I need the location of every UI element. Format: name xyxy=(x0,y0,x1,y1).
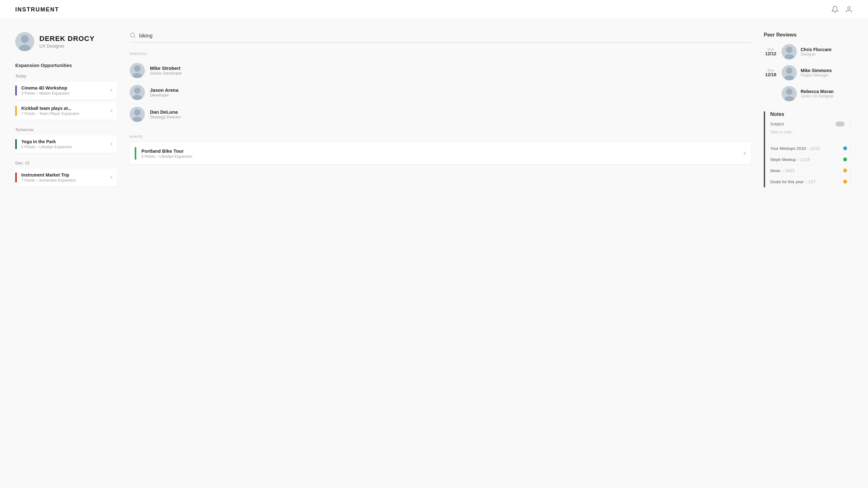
note-row-steph[interactable]: Steph Meetup – 11/15 ⋮ xyxy=(770,154,853,165)
svg-point-1 xyxy=(21,35,29,43)
svg-point-12 xyxy=(784,54,794,59)
profile-role: UX Designer xyxy=(39,43,95,48)
add-event-result-button[interactable]: + xyxy=(743,150,747,157)
peer-review-rebecca[interactable]: Rebecca Moran Junior UX Designer xyxy=(764,86,853,101)
event-title: Kickball team plays at... xyxy=(21,106,113,111)
interests-section: interests Mike Strobert Senior Developer xyxy=(130,52,751,125)
event-subtitle: 7 Points – Team Player Expansion xyxy=(21,111,113,116)
date-label-dec15: Dec. 15 xyxy=(15,161,117,165)
peer-review-chris[interactable]: Due 12/12 Chris Floccare Designer xyxy=(764,44,853,59)
search-input[interactable] xyxy=(139,33,751,39)
profile-info: DEREK DROCY UX Designer xyxy=(39,35,95,48)
event-card-market-trip[interactable]: Instrument Market Trip 7 Points – Immers… xyxy=(15,169,117,186)
note-text-group: Goals for this year – 1/17 xyxy=(770,179,815,185)
event-result-content: Portland Bike Tour 5 Points – Lifestlye … xyxy=(142,148,192,159)
peer-avatar xyxy=(782,44,797,59)
note-kebab-icon[interactable]: ⋮ xyxy=(848,157,853,162)
notes-kebab-icon[interactable]: ⋮ xyxy=(848,121,853,127)
profile-section: DEREK DROCY UX Designer xyxy=(15,32,117,51)
svg-point-3 xyxy=(131,33,135,37)
note-date: – 12/12 xyxy=(807,147,820,151)
add-event-button[interactable]: + xyxy=(110,174,113,181)
add-event-button[interactable]: + xyxy=(110,141,113,148)
note-dot xyxy=(843,147,847,150)
header-icons xyxy=(831,6,853,13)
event-card-yoga[interactable]: Yoga in the Park 5 Points – Lifestlye Ex… xyxy=(15,135,117,153)
note-text-group: Your Meetups 2018 – 12/12 xyxy=(770,145,820,151)
add-event-button[interactable]: + xyxy=(110,87,113,94)
profile-name: DEREK DROCY xyxy=(39,35,95,43)
event-bar xyxy=(15,106,17,116)
note-row-goals[interactable]: Goals for this year – 1/17 ⋮ xyxy=(770,176,853,187)
note-right: ⋮ xyxy=(841,146,853,151)
main-layout: DEREK DROCY UX Designer Expansion Opport… xyxy=(0,20,868,207)
svg-point-0 xyxy=(848,7,850,9)
note-right: ⋮ xyxy=(841,179,853,184)
notes-subject-label: Subject xyxy=(770,122,784,126)
event-title: Cinema 4D Workshop xyxy=(21,86,113,91)
peer-avatar xyxy=(782,65,797,80)
person-row-mike-strobert[interactable]: Mike Strobert Senior Developer xyxy=(130,60,751,82)
due-date: 12/18 xyxy=(764,72,778,77)
person-info: Jason Arena Developer xyxy=(150,87,178,97)
peer-role: Project Manager xyxy=(801,73,832,77)
svg-point-16 xyxy=(784,96,794,101)
event-bar xyxy=(15,139,17,149)
due-block: Due 12/12 xyxy=(764,47,778,56)
peer-review-mike[interactable]: Due 12/18 Mike Simmons Project Manager xyxy=(764,65,853,80)
notes-placeholder[interactable]: Take a note... xyxy=(770,130,853,138)
user-icon[interactable] xyxy=(845,6,853,13)
event-result-portland[interactable]: Portland Bike Tour 5 Points – Lifestlye … xyxy=(130,142,751,164)
note-kebab-icon[interactable]: ⋮ xyxy=(848,179,853,184)
note-dot xyxy=(843,158,847,161)
svg-point-7 xyxy=(134,87,141,94)
person-row-jason-arena[interactable]: Jason Arena Developer xyxy=(130,82,751,103)
peer-name: Chris Floccare xyxy=(801,47,832,52)
event-subtitle: 3 Points – Motion Expansion xyxy=(21,91,113,96)
search-icon xyxy=(130,32,136,40)
peer-info: Rebecca Moran Junior UX Designer xyxy=(801,89,834,98)
notes-section: Notes Subject ⋮ Take a note... Your Meet… xyxy=(764,111,853,187)
search-bar xyxy=(130,32,751,42)
events-label: events xyxy=(130,134,751,139)
avatar xyxy=(15,32,34,51)
person-role: Strategy Director xyxy=(150,115,181,119)
event-result-title: Portland Bike Tour xyxy=(142,148,192,154)
note-row-meetups[interactable]: Your Meetups 2018 – 12/12 ⋮ xyxy=(770,143,853,154)
note-kebab-icon[interactable]: ⋮ xyxy=(848,168,853,173)
event-card-kickball[interactable]: Kickball team plays at... 7 Points – Tea… xyxy=(15,102,117,120)
note-dot xyxy=(843,169,847,172)
date-group-tomorrow: Tomorrow Yoga in the Park 5 Points – Lif… xyxy=(15,127,117,153)
due-date: 12/12 xyxy=(764,51,778,56)
notes-toggle[interactable] xyxy=(836,122,844,126)
add-event-button[interactable]: + xyxy=(110,108,113,114)
interests-label: interests xyxy=(130,52,751,56)
svg-point-10 xyxy=(132,117,142,122)
notification-icon[interactable] xyxy=(831,6,839,13)
event-result-bar xyxy=(135,147,136,160)
center-panel: interests Mike Strobert Senior Developer xyxy=(130,32,751,194)
person-info: Dan DeLuna Strategy Director xyxy=(150,109,181,119)
due-block: Due 12/18 xyxy=(764,68,778,77)
svg-point-6 xyxy=(132,73,142,78)
person-avatar xyxy=(130,85,145,100)
date-label-tomorrow: Tomorrow xyxy=(15,127,117,132)
person-avatar xyxy=(130,107,145,122)
peer-info: Chris Floccare Designer xyxy=(801,47,832,57)
peer-role: Designer xyxy=(801,52,832,57)
note-kebab-icon[interactable]: ⋮ xyxy=(848,146,853,151)
note-text: Steph Meetup xyxy=(770,157,796,162)
note-text: Ideas xyxy=(770,168,780,173)
note-dot xyxy=(843,180,847,184)
person-row-dan-deluna[interactable]: Dan DeLuna Strategy Director xyxy=(130,103,751,125)
event-subtitle: 5 Points – Lifestlye Expansion xyxy=(21,145,113,149)
person-name: Mike Strobert xyxy=(150,65,182,71)
note-row-ideas[interactable]: Ideas – 10/23 ⋮ xyxy=(770,165,853,176)
person-avatar xyxy=(130,63,145,78)
peer-avatar xyxy=(782,86,797,101)
note-text-group: Steph Meetup – 11/15 xyxy=(770,157,810,162)
event-result-subtitle: 5 Points – Lifestlye Expansion xyxy=(142,154,192,159)
event-card-cinema[interactable]: Cinema 4D Workshop 3 Points – Motion Exp… xyxy=(15,82,117,99)
event-content: Kickball team plays at... 7 Points – Tea… xyxy=(21,106,113,116)
events-section: events Portland Bike Tour 5 Points – Lif… xyxy=(130,134,751,164)
